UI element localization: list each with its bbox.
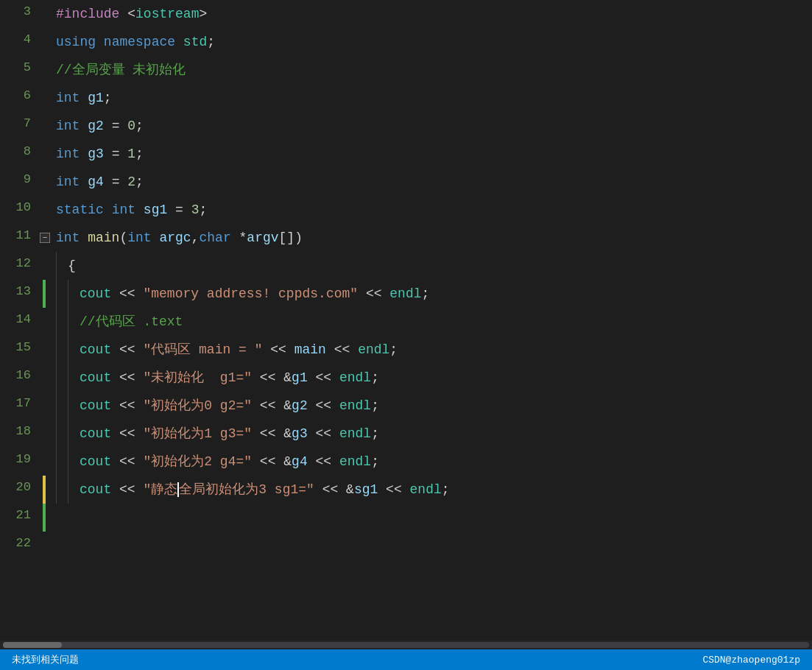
code-content[interactable]: int g1; xyxy=(50,84,812,112)
status-right: CSDN@zhaopeng01zp xyxy=(702,655,800,666)
token-punct: << xyxy=(326,340,358,359)
indent-guide xyxy=(50,420,62,448)
token-comment: //代码区 .text xyxy=(80,312,183,331)
line-number: 17 xyxy=(0,392,38,420)
gutter xyxy=(38,28,50,56)
scrollbar-thumb[interactable] xyxy=(3,642,62,648)
code-content[interactable]: cout << "memory address! cppds.com" << e… xyxy=(74,280,812,308)
token-kw2: endl xyxy=(339,424,371,443)
fold-button[interactable]: − xyxy=(40,233,50,243)
token-kw: static xyxy=(56,200,104,219)
token-punct: << xyxy=(252,396,283,415)
code-content[interactable]: cout << "初始化为1 g3=" << &g3 << endl; xyxy=(74,420,812,448)
status-problem-text: 未找到相关问题 xyxy=(12,653,79,666)
code-content[interactable]: cout << "初始化为2 g4=" << &g4 << endl; xyxy=(74,448,812,476)
code-line: 3#include <iostream> xyxy=(0,0,812,28)
code-content[interactable] xyxy=(50,532,812,560)
gutter xyxy=(38,56,50,84)
token-punct xyxy=(175,32,183,52)
code-content[interactable]: int g2 = 0; xyxy=(50,112,812,140)
indent-guide xyxy=(50,252,62,280)
token-punct: = xyxy=(104,172,127,191)
code-content[interactable]: using namespace std; xyxy=(50,28,812,56)
token-num: 2 xyxy=(127,172,135,191)
code-content[interactable]: //代码区 .text xyxy=(74,308,812,336)
code-line: 15cout << "代码区 main = " << main << endl; xyxy=(0,336,812,364)
code-area: 3#include <iostream>4using namespace std… xyxy=(0,0,812,641)
code-content[interactable]: #include <iostream> xyxy=(50,0,812,28)
token-num: 0 xyxy=(127,116,135,135)
gutter xyxy=(38,252,50,280)
token-kw: namespace xyxy=(104,32,175,52)
code-content[interactable]: { xyxy=(62,252,812,280)
token-ident: main xyxy=(294,340,326,359)
code-content[interactable]: cout << "静态全局初始化为3 sg1=" << &sg1 << endl… xyxy=(74,476,812,504)
code-content[interactable]: int main(int argc,char *argv[]) xyxy=(50,224,812,252)
gutter xyxy=(38,168,50,196)
line-number: 5 xyxy=(0,56,38,84)
line-number: 18 xyxy=(0,420,38,448)
token-kw2: cout xyxy=(80,452,111,471)
token-punct: << xyxy=(314,480,346,499)
token-punct: << xyxy=(378,480,409,499)
gutter xyxy=(38,504,50,532)
token-punct xyxy=(80,88,88,107)
indent-guide xyxy=(50,476,62,504)
scrollbar-track[interactable] xyxy=(3,642,809,648)
indent-guide xyxy=(62,280,74,308)
token-fn: main xyxy=(88,228,119,247)
token-num: 3 xyxy=(191,200,200,219)
gutter xyxy=(38,308,50,336)
token-punct: << xyxy=(308,368,339,387)
line-number: 6 xyxy=(0,84,38,112)
token-punct: ; xyxy=(422,284,430,303)
token-kw2: endl xyxy=(339,368,371,387)
code-line: 6int g1; xyxy=(0,84,812,112)
indent-guide xyxy=(62,336,74,364)
code-line: 11−int main(int argc,char *argv[]) xyxy=(0,224,812,252)
token-punct: & xyxy=(346,480,354,499)
token-kw: int xyxy=(56,88,80,107)
code-content[interactable]: cout << "未初始化 g1=" << &g1 << endl; xyxy=(74,364,812,392)
token-punct: ; xyxy=(207,32,215,52)
gutter xyxy=(38,84,50,112)
code-line: 14//代码区 .text xyxy=(0,308,812,336)
code-content[interactable]: cout << "初始化为0 g2=" << &g2 << endl; xyxy=(74,392,812,420)
token-punct xyxy=(80,116,88,135)
indent-guide xyxy=(62,308,74,336)
token-punct: []) xyxy=(279,228,303,247)
code-line: 10static int sg1 = 3; xyxy=(0,196,812,224)
indent-guide xyxy=(62,420,74,448)
code-content[interactable]: cout << "代码区 main = " << main << endl; xyxy=(74,336,812,364)
indent-guide xyxy=(50,448,62,476)
editor-container: 3#include <iostream>4using namespace std… xyxy=(0,0,812,670)
indent-guide xyxy=(62,364,74,392)
code-content[interactable]: static int sg1 = 3; xyxy=(50,196,812,224)
code-content[interactable]: //全局变量 未初始化 xyxy=(50,56,812,84)
line-number: 20 xyxy=(0,476,38,504)
token-kw: using xyxy=(56,32,96,52)
horizontal-scrollbar[interactable] xyxy=(0,641,812,649)
token-punct: ; xyxy=(135,116,144,135)
code-line: 8int g3 = 1; xyxy=(0,140,812,168)
code-line: 9int g4 = 2; xyxy=(0,168,812,196)
code-line: 17cout << "初始化为0 g2=" << &g2 << endl; xyxy=(0,392,812,420)
indent-guide xyxy=(50,308,62,336)
code-content[interactable]: int g4 = 2; xyxy=(50,168,812,196)
token-kw2: cout xyxy=(80,424,111,443)
token-str: "代码区 main = " xyxy=(143,340,262,359)
token-punct xyxy=(96,32,104,52)
code-line: 13cout << "memory address! cppds.com" <<… xyxy=(0,280,812,308)
code-line: 22 xyxy=(0,532,812,560)
token-punct: ( xyxy=(119,228,127,247)
token-punct xyxy=(135,200,144,219)
code-line: 4using namespace std; xyxy=(0,28,812,56)
token-kw: int xyxy=(56,116,80,135)
token-punct: ; xyxy=(371,368,379,387)
token-punct: & xyxy=(283,424,292,443)
indent-guide xyxy=(62,448,74,476)
token-kw2: endl xyxy=(358,340,389,359)
token-sys: iostream xyxy=(135,4,199,24)
code-content[interactable] xyxy=(50,504,812,532)
code-content[interactable]: int g3 = 1; xyxy=(50,140,812,168)
